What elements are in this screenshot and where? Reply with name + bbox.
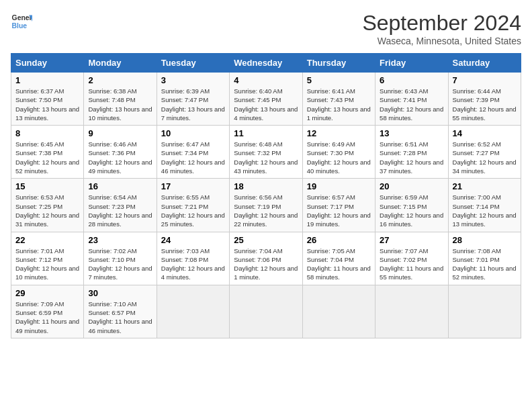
day-detail: Sunrise: 6:49 AMSunset: 7:30 PMDaylight:… xyxy=(307,140,371,175)
week-row: 29Sunrise: 7:09 AMSunset: 6:59 PMDayligh… xyxy=(11,285,521,338)
week-row: 8Sunrise: 6:45 AMSunset: 7:38 PMDaylight… xyxy=(11,126,521,179)
day-detail: Sunrise: 6:46 AMSunset: 7:36 PMDaylight:… xyxy=(88,140,152,175)
calendar-cell: 16Sunrise: 6:54 AMSunset: 7:23 PMDayligh… xyxy=(84,179,157,232)
day-number: 18 xyxy=(234,181,298,191)
calendar-cell: 30Sunrise: 7:10 AMSunset: 6:57 PMDayligh… xyxy=(84,285,157,338)
day-number: 9 xyxy=(88,128,152,138)
day-number: 23 xyxy=(88,235,152,245)
day-number: 16 xyxy=(88,181,152,191)
day-detail: Sunrise: 6:37 AMSunset: 7:50 PMDaylight:… xyxy=(15,87,79,122)
day-number: 11 xyxy=(234,128,298,138)
calendar-cell: 20Sunrise: 6:59 AMSunset: 7:15 PMDayligh… xyxy=(375,179,448,232)
calendar-cell: 19Sunrise: 6:57 AMSunset: 7:17 PMDayligh… xyxy=(302,179,375,232)
day-number: 3 xyxy=(161,75,225,85)
calendar-cell: 18Sunrise: 6:56 AMSunset: 7:19 PMDayligh… xyxy=(230,179,302,232)
column-header-tuesday: Tuesday xyxy=(157,54,229,73)
calendar-cell: 21Sunrise: 7:00 AMSunset: 7:14 PMDayligh… xyxy=(448,179,521,232)
day-detail: Sunrise: 6:48 AMSunset: 7:32 PMDaylight:… xyxy=(234,140,298,175)
day-detail: Sunrise: 7:09 AMSunset: 6:59 PMDaylight:… xyxy=(15,300,79,334)
calendar-cell: 23Sunrise: 7:02 AMSunset: 7:10 PMDayligh… xyxy=(84,232,157,285)
calendar-cell: 5Sunrise: 6:41 AMSunset: 7:43 PMDaylight… xyxy=(302,73,375,126)
calendar-cell: 10Sunrise: 6:47 AMSunset: 7:34 PMDayligh… xyxy=(157,126,229,179)
day-detail: Sunrise: 7:00 AMSunset: 7:14 PMDaylight:… xyxy=(453,193,517,228)
day-detail: Sunrise: 7:07 AMSunset: 7:02 PMDaylight:… xyxy=(380,247,443,281)
day-number: 29 xyxy=(15,288,79,298)
calendar-cell: 28Sunrise: 7:08 AMSunset: 7:01 PMDayligh… xyxy=(448,232,521,285)
day-detail: Sunrise: 6:47 AMSunset: 7:34 PMDaylight:… xyxy=(161,140,225,175)
calendar-cell: 2Sunrise: 6:38 AMSunset: 7:48 PMDaylight… xyxy=(84,73,157,126)
day-number: 24 xyxy=(161,235,225,245)
week-row: 22Sunrise: 7:01 AMSunset: 7:12 PMDayligh… xyxy=(11,232,521,285)
calendar-cell: 9Sunrise: 6:46 AMSunset: 7:36 PMDaylight… xyxy=(84,126,157,179)
day-number: 20 xyxy=(380,181,443,191)
calendar-table: SundayMondayTuesdayWednesdayThursdayFrid… xyxy=(11,53,521,338)
calendar-cell: 1Sunrise: 6:37 AMSunset: 7:50 PMDaylight… xyxy=(11,73,84,126)
day-detail: Sunrise: 6:43 AMSunset: 7:41 PMDaylight:… xyxy=(380,87,443,122)
calendar-cell xyxy=(448,285,521,338)
calendar-cell xyxy=(230,285,302,338)
day-number: 12 xyxy=(307,128,371,138)
calendar-cell xyxy=(375,285,448,338)
day-number: 4 xyxy=(234,75,298,85)
day-detail: Sunrise: 6:41 AMSunset: 7:43 PMDaylight:… xyxy=(307,87,371,122)
day-number: 2 xyxy=(88,75,152,85)
day-detail: Sunrise: 6:59 AMSunset: 7:15 PMDaylight:… xyxy=(380,193,443,228)
calendar-cell xyxy=(302,285,375,338)
column-header-friday: Friday xyxy=(375,54,448,73)
day-detail: Sunrise: 7:03 AMSunset: 7:08 PMDaylight:… xyxy=(161,247,225,281)
calendar-cell: 29Sunrise: 7:09 AMSunset: 6:59 PMDayligh… xyxy=(11,285,84,338)
day-detail: Sunrise: 7:05 AMSunset: 7:04 PMDaylight:… xyxy=(307,247,371,281)
day-number: 25 xyxy=(234,235,298,245)
day-number: 22 xyxy=(15,235,79,245)
month-title: September 2024 xyxy=(362,11,521,36)
week-row: 15Sunrise: 6:53 AMSunset: 7:25 PMDayligh… xyxy=(11,179,521,232)
column-header-monday: Monday xyxy=(84,54,157,73)
calendar-cell: 7Sunrise: 6:44 AMSunset: 7:39 PMDaylight… xyxy=(448,73,521,126)
day-detail: Sunrise: 6:44 AMSunset: 7:39 PMDaylight:… xyxy=(453,87,517,122)
day-detail: Sunrise: 6:54 AMSunset: 7:23 PMDaylight:… xyxy=(88,193,152,228)
svg-text:General: General xyxy=(12,14,32,21)
day-detail: Sunrise: 6:45 AMSunset: 7:38 PMDaylight:… xyxy=(15,140,79,175)
calendar-cell: 14Sunrise: 6:52 AMSunset: 7:27 PMDayligh… xyxy=(448,126,521,179)
day-detail: Sunrise: 7:08 AMSunset: 7:01 PMDaylight:… xyxy=(453,247,517,281)
calendar-cell: 4Sunrise: 6:40 AMSunset: 7:45 PMDaylight… xyxy=(230,73,302,126)
calendar-cell: 24Sunrise: 7:03 AMSunset: 7:08 PMDayligh… xyxy=(157,232,229,285)
day-number: 27 xyxy=(380,235,443,245)
day-detail: Sunrise: 6:40 AMSunset: 7:45 PMDaylight:… xyxy=(234,87,298,122)
day-number: 14 xyxy=(453,128,517,138)
day-number: 30 xyxy=(88,288,152,298)
day-number: 19 xyxy=(307,181,371,191)
logo: General Blue xyxy=(11,11,32,32)
day-number: 15 xyxy=(15,181,79,191)
day-detail: Sunrise: 7:04 AMSunset: 7:06 PMDaylight:… xyxy=(234,247,298,281)
logo-icon: General Blue xyxy=(11,11,32,32)
day-number: 6 xyxy=(380,75,443,85)
calendar-cell: 6Sunrise: 6:43 AMSunset: 7:41 PMDaylight… xyxy=(375,73,448,126)
calendar-cell: 27Sunrise: 7:07 AMSunset: 7:02 PMDayligh… xyxy=(375,232,448,285)
day-number: 10 xyxy=(161,128,225,138)
day-detail: Sunrise: 6:56 AMSunset: 7:19 PMDaylight:… xyxy=(234,193,298,228)
title-block: September 2024 Waseca, Minnesota, United… xyxy=(362,11,521,46)
day-number: 5 xyxy=(307,75,371,85)
location: Waseca, Minnesota, United States xyxy=(362,36,521,46)
column-header-saturday: Saturday xyxy=(448,54,521,73)
calendar-cell xyxy=(157,285,229,338)
calendar-cell: 12Sunrise: 6:49 AMSunset: 7:30 PMDayligh… xyxy=(302,126,375,179)
day-detail: Sunrise: 7:10 AMSunset: 6:57 PMDaylight:… xyxy=(88,300,152,334)
day-detail: Sunrise: 7:02 AMSunset: 7:10 PMDaylight:… xyxy=(88,247,152,281)
day-detail: Sunrise: 6:52 AMSunset: 7:27 PMDaylight:… xyxy=(453,140,517,175)
calendar-cell: 11Sunrise: 6:48 AMSunset: 7:32 PMDayligh… xyxy=(230,126,302,179)
calendar-cell: 26Sunrise: 7:05 AMSunset: 7:04 PMDayligh… xyxy=(302,232,375,285)
day-detail: Sunrise: 6:38 AMSunset: 7:48 PMDaylight:… xyxy=(88,87,152,122)
day-number: 17 xyxy=(161,181,225,191)
day-number: 13 xyxy=(380,128,443,138)
page-header: General Blue September 2024 Waseca, Minn… xyxy=(11,11,521,46)
day-number: 28 xyxy=(453,235,517,245)
calendar-cell: 3Sunrise: 6:39 AMSunset: 7:47 PMDaylight… xyxy=(157,73,229,126)
calendar-cell: 8Sunrise: 6:45 AMSunset: 7:38 PMDaylight… xyxy=(11,126,84,179)
calendar-cell: 13Sunrise: 6:51 AMSunset: 7:28 PMDayligh… xyxy=(375,126,448,179)
calendar-cell: 25Sunrise: 7:04 AMSunset: 7:06 PMDayligh… xyxy=(230,232,302,285)
day-number: 26 xyxy=(307,235,371,245)
column-header-thursday: Thursday xyxy=(302,54,375,73)
calendar-cell: 22Sunrise: 7:01 AMSunset: 7:12 PMDayligh… xyxy=(11,232,84,285)
